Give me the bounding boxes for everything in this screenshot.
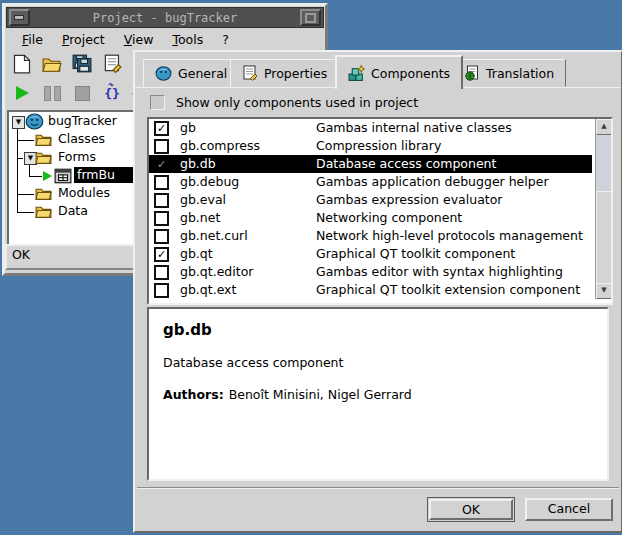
component-description: Network high-level protocols management: [316, 227, 583, 245]
tab-translation[interactable]: Translation: [452, 59, 566, 87]
component-description: Graphical QT toolkit extension component: [316, 281, 580, 299]
component-row[interactable]: gb.debugGambas application debugger help…: [149, 173, 592, 191]
project-properties-button[interactable]: [97, 53, 127, 77]
menu-tools[interactable]: Tools: [163, 30, 213, 49]
checkbox-icon[interactable]: [154, 175, 169, 190]
menu-view[interactable]: View: [115, 30, 164, 49]
tree-item-label[interactable]: Data: [55, 203, 91, 219]
tree-item-label[interactable]: Classes: [55, 131, 108, 147]
ok-button[interactable]: OK: [429, 499, 513, 520]
window-titlebar[interactable]: Project - bugTracker: [6, 7, 324, 28]
checkbox-icon[interactable]: [154, 265, 169, 280]
run-button[interactable]: [7, 81, 37, 105]
stop-button[interactable]: [67, 81, 97, 105]
component-row[interactable]: gb.compressCompression library: [149, 137, 592, 155]
checkbox-icon[interactable]: [154, 283, 169, 298]
component-description: Database access component: [316, 155, 496, 173]
component-row[interactable]: gb.netNetworking component: [149, 209, 592, 227]
step-over-button[interactable]: {}↷: [97, 81, 127, 105]
open-project-button[interactable]: [37, 53, 67, 77]
component-description: Gambas application debugger helper: [316, 173, 549, 191]
pause-icon: [44, 86, 61, 101]
tree-item-label[interactable]: Forms: [55, 149, 99, 165]
translation-icon: [464, 65, 480, 81]
window-title: Project - bugTracker: [32, 11, 298, 25]
scroll-down-button[interactable]: ▼: [596, 283, 612, 299]
tab-components[interactable]: Components: [335, 55, 463, 89]
component-row[interactable]: gb.qtGraphical QT toolkit component: [149, 245, 592, 263]
components-icon: [348, 65, 365, 82]
tab-general[interactable]: General: [143, 59, 239, 87]
checkbox-icon[interactable]: [154, 229, 169, 244]
play-icon: [16, 86, 29, 100]
tree-line: [17, 158, 23, 159]
component-row[interactable]: gb.dbDatabase access component: [149, 155, 592, 173]
menu-project[interactable]: Project: [53, 30, 115, 49]
folder-icon: [35, 186, 52, 206]
menu-file[interactable]: File: [13, 30, 53, 49]
checkbox-icon[interactable]: [154, 121, 169, 136]
component-row[interactable]: gb.net.curlNetwork high-level protocols …: [149, 227, 592, 245]
checkbox-icon[interactable]: [154, 139, 169, 154]
gambas-icon: [155, 66, 172, 81]
window-menu-icon: [14, 15, 24, 20]
cancel-button[interactable]: Cancel: [525, 498, 613, 521]
component-list: gbGambas internal native classes gb.comp…: [147, 117, 613, 305]
checkbox-label[interactable]: Show only components used in project: [176, 95, 418, 110]
tree-line: [17, 140, 34, 141]
window-menu-button[interactable]: [9, 9, 30, 26]
down-arrow-icon: ▼: [601, 286, 606, 294]
component-name: gb: [180, 119, 196, 137]
stop-icon: [75, 86, 90, 101]
menubar: File Project View Tools ?: [5, 28, 325, 51]
pause-button[interactable]: [37, 81, 67, 105]
component-description: Gambas expression evaluator: [316, 191, 503, 209]
new-project-button[interactable]: [7, 53, 37, 77]
show-only-used-checkbox[interactable]: [150, 95, 165, 110]
component-description: Compression library: [316, 137, 441, 155]
component-name: gb.db: [180, 155, 216, 173]
folder-icon: [35, 150, 52, 170]
component-name: gb.net: [180, 209, 220, 227]
tab-properties[interactable]: Properties: [230, 59, 339, 87]
checkbox-icon[interactable]: [154, 211, 169, 226]
checkbox-icon[interactable]: [154, 247, 169, 262]
tree-line: [17, 194, 34, 195]
new-file-icon: [13, 54, 31, 77]
component-name: gb.qt: [180, 245, 213, 263]
component-row[interactable]: gb.qt.editorGambas editor with syntax hi…: [149, 263, 592, 281]
save-project-button[interactable]: [67, 53, 97, 77]
tree-item-label[interactable]: bugTracker: [45, 113, 120, 129]
tree-line: [29, 164, 30, 176]
project-properties-dialog: General Properties Components Translatio…: [133, 50, 622, 533]
maximize-icon: [305, 13, 316, 23]
save-icon: [72, 54, 92, 76]
folder-icon: [35, 132, 52, 152]
component-name: gb.compress: [180, 137, 260, 155]
checkbox-icon[interactable]: [154, 157, 169, 172]
component-row[interactable]: gb.evalGambas expression evaluator: [149, 191, 592, 209]
component-row[interactable]: gbGambas internal native classes: [149, 119, 592, 137]
component-title: gb.db: [163, 321, 593, 339]
component-description: Gambas internal native classes: [316, 119, 512, 137]
menu-help[interactable]: ?: [213, 30, 239, 49]
tree-item-label[interactable]: Modules: [55, 185, 113, 201]
tab-label: Properties: [264, 66, 327, 81]
tree-line: [29, 176, 42, 177]
tree-line: [17, 212, 34, 213]
step-over-icon: {}↷: [104, 86, 120, 101]
collapse-icon[interactable]: ▼: [12, 116, 25, 129]
up-arrow-icon: ▲: [601, 122, 606, 130]
list-scrollbar[interactable]: ▲ ▼: [595, 119, 611, 299]
checkbox-icon[interactable]: [154, 193, 169, 208]
component-name: gb.qt.ext: [180, 281, 236, 299]
component-info-panel: gb.db Database access component Authors:…: [147, 307, 609, 481]
scrollbar-thumb[interactable]: [596, 191, 612, 285]
component-description: Networking component: [316, 209, 462, 227]
properties-sheet-icon: [103, 54, 122, 76]
component-name: gb.net.curl: [180, 227, 248, 245]
scroll-up-button[interactable]: ▲: [596, 119, 612, 135]
status-text: OK: [12, 247, 30, 262]
component-row[interactable]: gb.qt.extGraphical QT toolkit extension …: [149, 281, 592, 299]
maximize-button[interactable]: [300, 9, 321, 26]
